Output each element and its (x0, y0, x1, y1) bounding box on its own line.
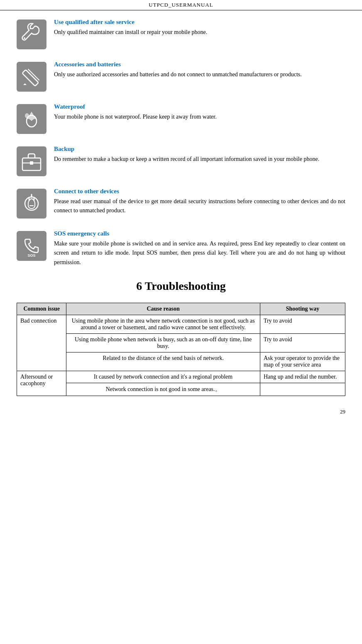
svg-rect-11 (30, 161, 33, 165)
chapter-title: 6 Troubleshooting (17, 279, 345, 293)
page-number: 29 (0, 404, 362, 415)
section-backup: Backup Do remember to make a backup or k… (17, 146, 345, 176)
svg-point-1 (24, 37, 25, 39)
section-use-qualified-body: Only qualified maintainer can install or… (54, 28, 345, 37)
table-header-shooting: Shooting way (260, 303, 345, 315)
section-connect-title: Connect to other devices (54, 188, 345, 195)
table-cell-shooting: Try to avoid (260, 315, 345, 334)
section-accessories-body: Only use authorized accessories and batt… (54, 70, 345, 79)
table-cell-shooting: Hang up and redial the number. (260, 371, 345, 383)
section-use-qualified-text: Use qualified after sale service Only qu… (54, 19, 345, 37)
table-cell-issue: Bad connection (17, 315, 66, 371)
section-backup-text: Backup Do remember to make a backup or k… (54, 146, 345, 164)
section-sos-title: SOS emergency calls (54, 230, 345, 237)
section-connect-body: Please read user manual of the device to… (54, 197, 345, 216)
section-accessories: Accessories and batteries Only use autho… (17, 61, 345, 92)
pencil-icon (17, 62, 46, 92)
section-connect-text: Connect to other devices Please read use… (54, 188, 345, 216)
section-use-qualified-title: Use qualified after sale service (54, 19, 345, 26)
drops-icon (17, 104, 46, 134)
section-waterproof: Waterproof Your mobile phone is not wate… (17, 103, 345, 134)
section-sos-text: SOS emergency calls Make sure your mobil… (54, 230, 345, 267)
section-accessories-title: Accessories and batteries (54, 61, 345, 68)
briefcase-icon (17, 146, 46, 176)
table-cell-issue: Aftersound or cacophony (17, 371, 66, 396)
section-accessories-text: Accessories and batteries Only use autho… (54, 61, 345, 79)
section-backup-body: Do remember to make a backup or keep a w… (54, 155, 345, 164)
svg-rect-2 (19, 64, 44, 89)
wrench-icon (17, 19, 46, 49)
table-row: Aftersound or cacophonyIt caused by netw… (17, 371, 345, 383)
table-cell-cause: Using mobile phone when network is busy,… (66, 334, 260, 352)
table-cell-shooting: Ask your operator to provide the map of … (260, 352, 345, 371)
table-cell-shooting: Try to avoid (260, 334, 345, 352)
sos-icon: SOS (17, 231, 46, 261)
table-row: Using mobile phone when network is busy,… (17, 334, 345, 352)
plug-icon (17, 189, 46, 219)
page-header: UTPCD_USERMANUAL (0, 0, 362, 10)
troubleshooting-table: Common issue Cause reason Shooting way B… (17, 303, 345, 396)
section-connect: Connect to other devices Please read use… (17, 188, 345, 219)
table-cell-shooting (260, 383, 345, 396)
section-backup-title: Backup (54, 146, 345, 153)
table-cell-cause: It caused by network connection and it's… (66, 371, 260, 383)
table-cell-cause: Related to the distance of the send basi… (66, 352, 260, 371)
table-header-issue: Common issue (17, 303, 66, 315)
section-sos-body: Make sure your mobile phone is switched … (54, 239, 345, 267)
table-header-cause: Cause reason (66, 303, 260, 315)
table-cell-cause: Using mobile phone in the area where net… (66, 315, 260, 334)
table-row: Related to the distance of the send basi… (17, 352, 345, 371)
table-row: Bad connectionUsing mobile phone in the … (17, 315, 345, 334)
section-waterproof-title: Waterproof (54, 103, 345, 110)
section-use-qualified: Use qualified after sale service Only qu… (17, 19, 345, 49)
section-sos: SOS SOS emergency calls Make sure your m… (17, 230, 345, 267)
section-waterproof-text: Waterproof Your mobile phone is not wate… (54, 103, 345, 122)
section-waterproof-body: Your mobile phone is not waterproof. Ple… (54, 112, 345, 122)
table-cell-cause: Network connection is not good in some a… (66, 383, 260, 396)
table-row: Network connection is not good in some a… (17, 383, 345, 396)
svg-rect-0 (19, 22, 44, 47)
svg-text:SOS: SOS (27, 253, 35, 258)
svg-point-7 (25, 113, 29, 118)
